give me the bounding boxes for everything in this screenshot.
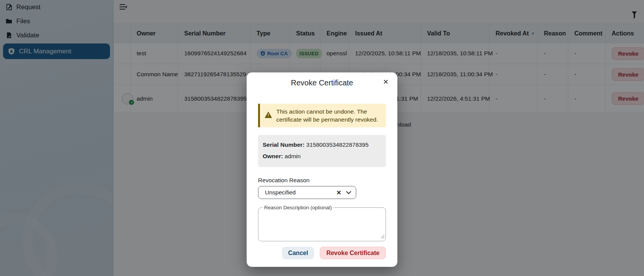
serial-number-label: Serial Number:: [263, 141, 304, 148]
close-icon[interactable]: ✕: [382, 77, 390, 87]
certificate-info-box: Serial Number: 3158003534822878395 Owner…: [258, 135, 386, 167]
reason-description-label: Reason Description (optional): [263, 205, 333, 210]
warning-alert: This action cannot be undone. The certif…: [258, 104, 386, 127]
revoke-certificate-modal: Revoke Certificate ✕ This action cannot …: [247, 72, 397, 267]
modal-title: Revoke Certificate: [247, 79, 397, 87]
owner-line: Owner: admin: [263, 153, 381, 160]
warning-alert-text: This action cannot be undone. The certif…: [276, 108, 381, 124]
selected-reason-value: Unspecified: [265, 189, 336, 196]
app-window: Request Files Validate CRL Management: [0, 0, 644, 276]
owner-label: Owner:: [263, 153, 283, 159]
serial-number-value: 3158003534822878395: [306, 141, 369, 148]
modal-footer: Cancel Revoke Certificate: [282, 247, 386, 259]
clear-selection-icon[interactable]: ✕: [336, 189, 341, 196]
owner-value: admin: [285, 153, 301, 159]
serial-number-line: Serial Number: 3158003534822878395: [263, 141, 381, 148]
revocation-reason-select[interactable]: Unspecified ✕: [258, 186, 356, 199]
reason-description-textarea[interactable]: [262, 210, 382, 233]
warning-triangle-icon: [265, 111, 272, 120]
cancel-button[interactable]: Cancel: [282, 247, 314, 259]
reason-description-field: Reason Description (optional): [258, 205, 386, 241]
resize-handle[interactable]: [381, 233, 385, 240]
chevron-down-icon: [346, 189, 351, 196]
revoke-certificate-button[interactable]: Revoke Certificate: [320, 247, 386, 259]
revocation-reason-label: Revocation Reason: [258, 177, 386, 184]
